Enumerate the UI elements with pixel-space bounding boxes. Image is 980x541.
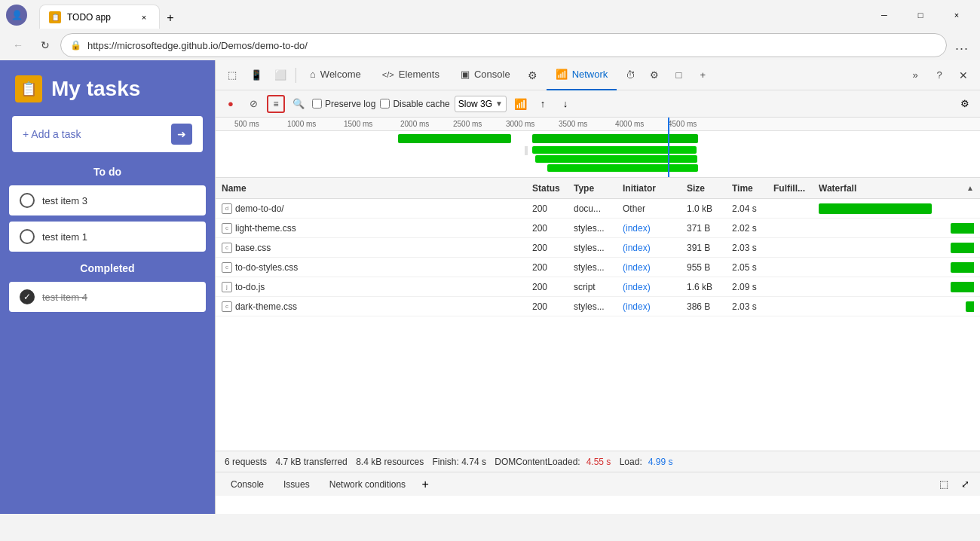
table-row[interactable]: d demo-to-do/ 200 docu... Other 1.0 kB 2…: [216, 199, 980, 219]
cell-initiator-3: (index): [623, 243, 687, 253]
browser-tab[interactable]: 📋 TODO app ×: [39, 5, 160, 29]
more-tools-button[interactable]: +: [692, 65, 713, 86]
help-button[interactable]: ?: [929, 65, 950, 86]
file-icon-3: c: [222, 243, 232, 253]
load-label: Load:: [620, 457, 642, 467]
add-task-label: + Add a task: [23, 128, 81, 140]
table-row[interactable]: c dark-theme.css 200 styles... (index) 3…: [216, 297, 980, 316]
throttle-select[interactable]: Slow 3G ▼: [455, 96, 507, 112]
cell-size-5: 1.6 kB: [687, 282, 732, 292]
cell-type-2: styles...: [574, 223, 623, 234]
throttle-label: Slow 3G: [458, 99, 492, 109]
disable-cache-input[interactable]: [380, 99, 390, 109]
table-row[interactable]: c base.css 200 styles... (index) 391 B 2…: [216, 238, 980, 258]
close-button[interactable]: ×: [939, 3, 974, 27]
maximize-button[interactable]: □: [903, 3, 938, 27]
disable-cache-checkbox[interactable]: Disable cache: [380, 99, 449, 109]
url-bar[interactable]: 🔒 https://microsoftedge.github.io/Demos/…: [60, 33, 947, 57]
tab-welcome[interactable]: ⌂ Welcome: [301, 60, 370, 90]
disable-cache-label: Disable cache: [393, 99, 449, 109]
task-item-2[interactable]: test item 1: [9, 222, 206, 252]
cell-waterfall-1: [819, 199, 974, 219]
bottom-tab-issues[interactable]: Issues: [274, 472, 319, 497]
dock-icon-button[interactable]: ⬚: [222, 65, 243, 86]
browser-more-button[interactable]: ...: [950, 33, 974, 57]
todo-icon: 📋: [15, 75, 42, 102]
filename-3: base.css: [235, 243, 271, 253]
task-text-2: test item 1: [42, 231, 87, 243]
todo-title: My tasks: [51, 77, 140, 101]
profile-icon[interactable]: 👤: [6, 5, 27, 26]
requests-count: 6 requests: [225, 457, 267, 467]
more-options-button[interactable]: »: [905, 65, 926, 86]
settings-icon-button[interactable]: ⚙: [644, 65, 665, 86]
tab-console[interactable]: ▣ Console: [452, 60, 519, 90]
device-icon-button[interactable]: □: [668, 65, 689, 86]
table-row[interactable]: j to-do.js 200 script (index) 1.6 kB 2.0…: [216, 277, 980, 297]
clear-button[interactable]: ⊘: [244, 95, 262, 113]
task-item-1[interactable]: test item 3: [9, 185, 206, 215]
timeline-bar-4: [535, 155, 697, 163]
device-emulation-button[interactable]: 📱: [246, 65, 267, 86]
waterfall-bar-6: [966, 301, 974, 312]
performance-icon-button[interactable]: ⏱: [620, 65, 641, 86]
undock-button[interactable]: ⬚: [935, 475, 953, 494]
devtools-toolbar: ⬚ 📱 ⬜ ⌂ Welcome </> Elements ▣ Console ⚙…: [216, 60, 980, 90]
devtools-close-button[interactable]: ✕: [953, 65, 974, 86]
bottom-right-controls: ⬚ ⤢: [935, 475, 974, 494]
add-bottom-tab-button[interactable]: +: [416, 475, 434, 494]
cell-size-1: 1.0 kB: [687, 203, 732, 214]
completed-section-title: Completed: [0, 255, 215, 279]
waterfall-label: Waterfall: [819, 183, 856, 194]
task-checkbox-1[interactable]: [20, 193, 35, 208]
tab-network[interactable]: 📶 Network: [547, 60, 617, 90]
new-tab-button[interactable]: +: [160, 8, 181, 29]
transferred-size: 4.7 kB transferred: [275, 457, 347, 467]
timeline-bar-2: [532, 134, 698, 143]
filter-button[interactable]: ≡: [267, 95, 285, 113]
cell-initiator-5: (index): [623, 282, 687, 292]
refresh-button[interactable]: ↻: [33, 33, 57, 57]
tick-1500ms: 1500 ms: [344, 120, 372, 128]
cell-status-5: 200: [532, 282, 574, 292]
title-bar: 👤 📋 TODO app × + ─ □ ×: [0, 0, 980, 30]
preserve-log-input[interactable]: [312, 99, 322, 109]
cell-status-1: 200: [532, 203, 574, 214]
cell-waterfall-4: [819, 258, 974, 277]
cell-type-4: styles...: [574, 262, 623, 273]
download-button[interactable]: ↓: [556, 95, 574, 113]
preserve-log-checkbox[interactable]: Preserve log: [312, 99, 375, 109]
cell-type-3: styles...: [574, 243, 623, 253]
table-row[interactable]: c to-do-styles.css 200 styles... (index)…: [216, 258, 980, 277]
network-btn-4[interactable]: 📶: [511, 95, 529, 113]
completed-task-item-1[interactable]: ✓ test item 4: [9, 282, 206, 312]
minimize-button[interactable]: ─: [867, 3, 902, 27]
cell-name-5: j to-do.js: [222, 282, 532, 292]
filename-6: dark-theme.css: [235, 301, 297, 312]
table-row[interactable]: c light-theme.css 200 styles... (index) …: [216, 219, 980, 238]
search-button[interactable]: 🔍: [289, 95, 308, 113]
add-task-bar[interactable]: + Add a task ➜: [12, 116, 203, 152]
bottom-tab-console[interactable]: Console: [222, 472, 273, 497]
tick-4000ms: 4000 ms: [615, 120, 644, 128]
cell-name-1: d demo-to-do/: [222, 203, 532, 214]
upload-button[interactable]: ↑: [534, 95, 552, 113]
tab-elements[interactable]: </> Elements: [373, 60, 449, 90]
expand-button[interactable]: ⤢: [956, 475, 974, 494]
back-button[interactable]: ←: [6, 33, 30, 57]
sources-icon-button[interactable]: ⚙: [522, 65, 544, 86]
cell-time-2: 2.02 s: [732, 223, 773, 234]
col-status: Status: [532, 183, 574, 194]
bottom-tab-network-conditions[interactable]: Network conditions: [320, 472, 415, 497]
file-icon-6: c: [222, 301, 232, 312]
cell-type-5: script: [574, 282, 623, 292]
completed-checkbox-1[interactable]: ✓: [20, 289, 35, 304]
record-button[interactable]: ●: [222, 95, 240, 113]
network-settings-button[interactable]: ⚙: [956, 95, 974, 113]
inspector-button[interactable]: ⬜: [270, 65, 291, 86]
tab-close-button[interactable]: ×: [138, 11, 150, 23]
separator-5: [614, 457, 616, 467]
timeline-bar-1: [398, 134, 511, 143]
col-type: Type: [574, 183, 623, 194]
task-checkbox-2[interactable]: [20, 229, 35, 244]
